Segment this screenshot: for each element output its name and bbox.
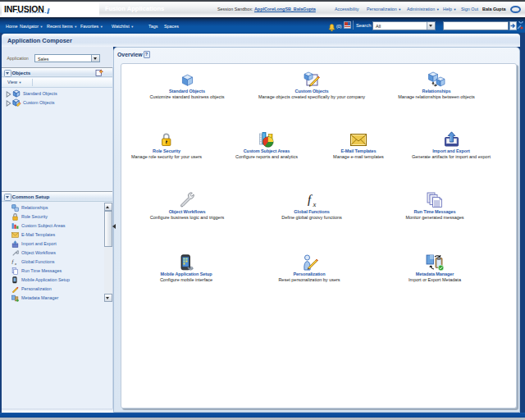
- svg-text:f: f: [12, 258, 15, 264]
- svg-text:f: f: [308, 193, 313, 206]
- svg-text:x: x: [14, 262, 16, 266]
- svg-text:x: x: [312, 200, 316, 208]
